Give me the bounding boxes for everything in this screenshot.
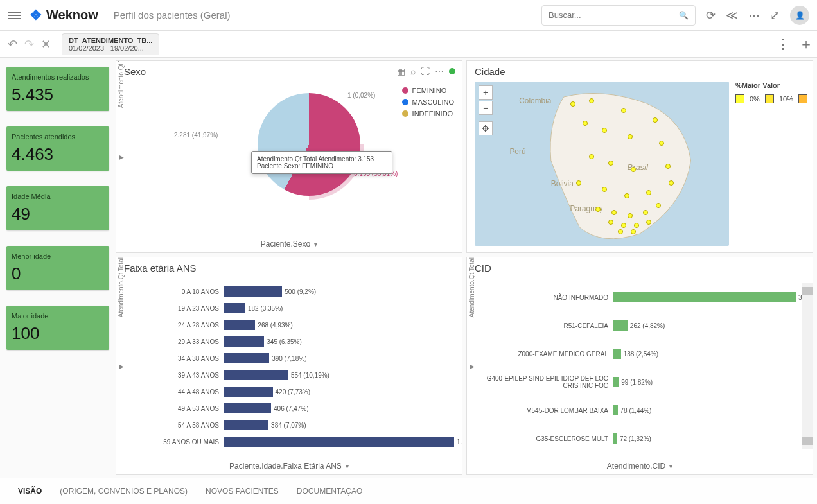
kpi-label: Menor idade: [12, 252, 104, 260]
logo-icon: ❖: [30, 7, 42, 24]
bar-row[interactable]: 24 A 28 ANOS 268 (4,93%): [136, 317, 454, 333]
kpi-card: Idade Média 49: [6, 186, 109, 230]
map-dot[interactable]: [589, 154, 594, 159]
kpi-label: Maior idade: [12, 312, 104, 320]
close-icon[interactable]: ✕: [37, 37, 54, 51]
search-icon[interactable]: 🔍: [679, 11, 689, 20]
bar-row[interactable]: 34 A 38 ANOS 390 (7,18%): [136, 350, 454, 367]
bar-row[interactable]: 39 A 43 ANOS 554 (10,19%): [136, 367, 454, 383]
panel-sexo: Sexo ▦ ⌕ ⛶ ⋯ ▶ Atendimento.Qt Total Aten…: [116, 60, 462, 253]
scrollbar[interactable]: [802, 283, 813, 449]
zoom-out-icon[interactable]: −: [479, 101, 493, 115]
svg-text:Bolivia: Bolivia: [551, 179, 574, 188]
age-bars: 0 A 18 ANOS 500 (9,2%) 19 A 23 ANOS 182 …: [136, 283, 454, 449]
undo-icon[interactable]: ↶: [4, 37, 21, 51]
bar-row[interactable]: NÃO INFORMADO 3.401 (62,58%): [486, 283, 796, 311]
avatar[interactable]: 👤: [790, 6, 809, 25]
map-dot[interactable]: [576, 180, 581, 186]
x-axis-select[interactable]: Paciente.Sexo: [261, 239, 317, 248]
tab-doc[interactable]: DOCUMENTAÇÃO: [297, 487, 362, 496]
bar-row[interactable]: G400-EPILEP SIND EPIL IDIOP DEF LOC CRIS…: [486, 368, 796, 396]
cid-bars: NÃO INFORMADO 3.401 (62,58%) R51-CEFALEI…: [486, 283, 796, 449]
map-dot[interactable]: [602, 187, 607, 192]
bar-category: M545-DOR LOMBAR BAIXA: [486, 407, 608, 414]
map-dot[interactable]: [602, 128, 607, 133]
tab-visao[interactable]: VISÃO: [18, 487, 42, 496]
bar-value: 72 (1,32%): [620, 433, 651, 444]
x-axis-select[interactable]: Atendimento.CID: [607, 462, 672, 471]
dots-icon[interactable]: ⋯: [435, 66, 444, 76]
expand-icon[interactable]: ▶: [119, 153, 124, 161]
filter-tab[interactable]: DT_ATENDIMENTO_TB... 01/02/2023 - 19/02/…: [62, 33, 159, 55]
x-axis-select[interactable]: Paciente.Idade.Faixa Etária ANS: [229, 462, 349, 471]
bar-row[interactable]: G35-ESCLEROSE MULT 72 (1,32%): [486, 424, 796, 453]
bar-row[interactable]: Z000-EXAME MEDICO GERAL 138 (2,54%): [486, 340, 796, 368]
map-dot[interactable]: [624, 193, 629, 198]
map-dot[interactable]: [628, 134, 633, 139]
lens-icon[interactable]: ⌕: [410, 66, 416, 76]
bar-row[interactable]: M545-DOR LOMBAR BAIXA 78 (1,44%): [486, 396, 796, 424]
map-dot[interactable]: [634, 223, 639, 228]
refresh-icon[interactable]: ⟳: [706, 8, 716, 22]
bar-row[interactable]: 44 A 48 ANOS 420 (7,73%): [136, 383, 454, 400]
bar-row[interactable]: 29 A 33 ANOS 345 (6,35%): [136, 333, 454, 350]
kpi-value: 49: [12, 204, 104, 224]
menu-icon[interactable]: [8, 9, 21, 22]
map[interactable]: Colombia Perú Bolivia Brasil Paraguay + …: [475, 82, 729, 246]
map-dot[interactable]: [611, 210, 617, 215]
map-dot[interactable]: [589, 98, 594, 103]
bar-row[interactable]: 59 ANOS OU MAIS 1.986 (36,54%): [136, 433, 454, 450]
plus-icon[interactable]: ＋: [799, 35, 813, 54]
filter-icon[interactable]: ▦: [397, 66, 405, 76]
search-input[interactable]: 🔍: [541, 5, 696, 26]
redo-icon[interactable]: ↷: [21, 37, 37, 51]
pie-chart[interactable]: [251, 87, 367, 202]
collapse-icon[interactable]: ⤢: [770, 8, 780, 22]
bar-row[interactable]: R51-CEFALEIA 262 (4,82%): [486, 311, 796, 340]
bar-row[interactable]: 0 A 18 ANOS 500 (9,2%): [136, 283, 454, 300]
share-icon[interactable]: ≪: [726, 8, 738, 22]
zoom-in-icon[interactable]: +: [479, 85, 493, 100]
page-title: Perfil dos pacientes (Geral): [114, 10, 231, 21]
map-dot[interactable]: [665, 164, 671, 169]
map-dot[interactable]: [631, 167, 636, 172]
bar-category: 54 A 58 ANOS: [136, 422, 219, 429]
bar-row[interactable]: 49 A 53 ANOS 406 (7,47%): [136, 400, 454, 417]
center-icon[interactable]: ✥: [479, 121, 493, 135]
y-axis-label: Atendimento.Qt Total Atendimento: [468, 257, 475, 317]
map-dot[interactable]: [621, 223, 626, 228]
map-dot[interactable]: [608, 220, 613, 225]
bar-category: 49 A 53 ANOS: [136, 405, 219, 412]
map-dot[interactable]: [669, 180, 674, 186]
kpi-value: 0: [12, 264, 104, 284]
bar-value: 99 (1,82%): [621, 377, 653, 387]
more-icon[interactable]: ⋯: [748, 8, 760, 22]
map-dot[interactable]: [570, 101, 575, 107]
bar-category: 59 ANOS OU MAIS: [136, 439, 219, 446]
map-dot[interactable]: [643, 210, 648, 215]
brand-text: Weknow: [46, 8, 98, 22]
bar-row[interactable]: 54 A 58 ANOS 384 (7,07%): [136, 417, 454, 433]
logo[interactable]: ❖ Weknow: [30, 7, 98, 24]
bar-value: 406 (7,47%): [274, 403, 308, 413]
expand-icon[interactable]: ▶: [119, 363, 124, 370]
map-dot[interactable]: [621, 108, 626, 113]
panel-tools: ▦ ⌕ ⛶ ⋯: [397, 66, 455, 76]
map-dot[interactable]: [595, 207, 601, 212]
map-dot[interactable]: [628, 213, 633, 218]
bar-value: 182 (3,35%): [248, 303, 283, 313]
panel-faixa-etaria: Faixa etária ANS ▶ Atendimento.Qt Total …: [116, 257, 462, 475]
map-dot[interactable]: [631, 229, 636, 234]
bar-row[interactable]: 19 A 23 ANOS 182 (3,35%): [136, 300, 454, 317]
tab-novos[interactable]: NOVOS PACIENTES: [206, 487, 279, 496]
map-dot[interactable]: [608, 161, 613, 166]
tab-origem[interactable]: (ORIGEM, CONVENIOS E PLANOS): [60, 487, 188, 496]
kebab-icon[interactable]: ⋮: [776, 36, 790, 53]
bottom-tabs: VISÃO (ORIGEM, CONVENIOS E PLANOS) NOVOS…: [0, 478, 817, 504]
search-field[interactable]: [549, 10, 679, 20]
kpi-card: Menor idade 0: [6, 246, 109, 290]
legend-step: 10%: [765, 94, 793, 103]
y-axis-label: Atendimento.Qt Total Atendimento: [118, 257, 125, 317]
expand-icon[interactable]: ▶: [470, 363, 475, 370]
fullscreen-icon[interactable]: ⛶: [421, 66, 430, 76]
